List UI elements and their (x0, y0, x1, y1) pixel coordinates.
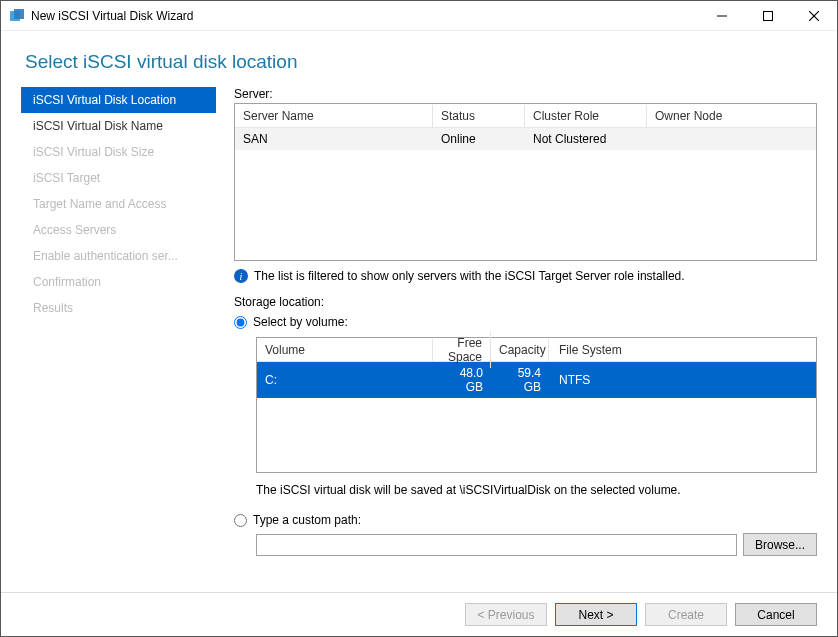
radio-custom-path-input[interactable] (234, 514, 247, 527)
col-server-name[interactable]: Server Name (235, 105, 433, 127)
svg-rect-3 (764, 11, 773, 20)
main-panel: Server: Server Name Status Cluster Role … (216, 87, 817, 592)
cell-server-name: SAN (235, 128, 433, 150)
wizard-footer: < Previous Next > Create Cancel (1, 592, 837, 636)
window-controls (699, 1, 837, 31)
next-button[interactable]: Next > (555, 603, 637, 626)
server-label: Server: (234, 87, 817, 101)
wizard-window: New iSCSI Virtual Disk Wizard Select iSC… (0, 0, 838, 637)
volume-grid[interactable]: Volume Free Space Capacity File System C… (256, 337, 817, 473)
cell-volume: C: (257, 369, 433, 391)
maximize-button[interactable] (745, 1, 791, 31)
radio-select-by-volume-label: Select by volume: (253, 315, 348, 329)
volume-grid-header: Volume Free Space Capacity File System (257, 338, 816, 362)
server-row[interactable]: SAN Online Not Clustered (235, 128, 816, 150)
col-status[interactable]: Status (433, 105, 525, 127)
radio-select-by-volume[interactable]: Select by volume: (234, 315, 817, 329)
col-owner-node[interactable]: Owner Node (647, 105, 816, 127)
minimize-button[interactable] (699, 1, 745, 31)
cell-status: Online (433, 128, 525, 150)
close-button[interactable] (791, 1, 837, 31)
server-grid-header: Server Name Status Cluster Role Owner No… (235, 104, 816, 128)
window-title: New iSCSI Virtual Disk Wizard (31, 9, 699, 23)
col-capacity[interactable]: Capacity (491, 339, 549, 361)
wizard-steps-sidebar: iSCSI Virtual Disk Location iSCSI Virtua… (21, 87, 216, 592)
create-button: Create (645, 603, 727, 626)
step-results: Results (21, 295, 216, 321)
server-grid[interactable]: Server Name Status Cluster Role Owner No… (234, 103, 817, 261)
info-text: The list is filtered to show only server… (254, 269, 685, 283)
custom-path-row: Browse... (256, 533, 817, 556)
radio-select-by-volume-input[interactable] (234, 316, 247, 329)
step-target: iSCSI Target (21, 165, 216, 191)
app-icon (9, 8, 25, 24)
step-target-name: Target Name and Access (21, 191, 216, 217)
wizard-body: iSCSI Virtual Disk Location iSCSI Virtua… (1, 87, 837, 592)
step-location[interactable]: iSCSI Virtual Disk Location (21, 87, 216, 113)
info-icon: i (234, 269, 248, 283)
step-name[interactable]: iSCSI Virtual Disk Name (21, 113, 216, 139)
cell-cluster-role: Not Clustered (525, 128, 647, 150)
volume-hint: The iSCSI virtual disk will be saved at … (256, 483, 817, 497)
volume-row[interactable]: C: 48.0 GB 59.4 GB NTFS (257, 362, 816, 398)
server-filter-info: i The list is filtered to show only serv… (234, 269, 817, 283)
cell-owner-node (647, 135, 816, 143)
radio-custom-path[interactable]: Type a custom path: (234, 513, 817, 527)
step-access-servers: Access Servers (21, 217, 216, 243)
cell-capacity: 59.4 GB (491, 362, 549, 398)
volume-block: Volume Free Space Capacity File System C… (256, 333, 817, 509)
page-heading: Select iSCSI virtual disk location (1, 31, 837, 87)
step-authentication: Enable authentication ser... (21, 243, 216, 269)
col-file-system[interactable]: File System (549, 339, 816, 361)
cell-file-system: NTFS (549, 369, 816, 391)
radio-custom-path-label: Type a custom path: (253, 513, 361, 527)
custom-path-input[interactable] (256, 534, 737, 556)
col-volume[interactable]: Volume (257, 339, 433, 361)
step-confirmation: Confirmation (21, 269, 216, 295)
cancel-button[interactable]: Cancel (735, 603, 817, 626)
cell-free-space: 48.0 GB (433, 362, 491, 398)
svg-rect-1 (14, 9, 24, 19)
titlebar: New iSCSI Virtual Disk Wizard (1, 1, 837, 31)
col-cluster-role[interactable]: Cluster Role (525, 105, 647, 127)
browse-button[interactable]: Browse... (743, 533, 817, 556)
storage-label: Storage location: (234, 295, 817, 309)
step-size: iSCSI Virtual Disk Size (21, 139, 216, 165)
previous-button: < Previous (465, 603, 547, 626)
